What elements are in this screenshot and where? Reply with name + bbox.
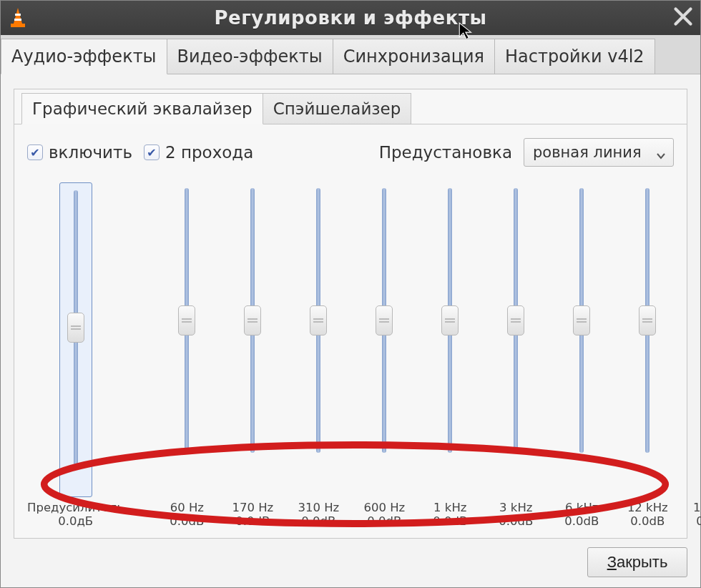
preamp-label: Предусилитель0.0дБ [27,501,124,528]
tab-graphic-equalizer[interactable]: Графический эквалайзер [21,93,263,124]
svg-rect-3 [11,24,25,27]
band-slider-column: 310 Hz0.0dB [293,182,344,528]
sub-tab-bar: Графический эквалайзер Спэйшелайзер [14,89,687,124]
main-tab-bar: Аудио-эффекты Видео-эффекты Синхронизаци… [1,35,700,74]
band-slider[interactable] [227,182,278,497]
tab-v4l2-settings[interactable]: Настройки v4l2 [494,39,655,74]
band-label: 6 kHz0.0dB [564,501,599,528]
tab-label: Графический эквалайзер [32,99,253,118]
enable-label: включить [49,143,132,162]
tab-label: Спэйшелайзер [273,99,401,118]
vlc-cone-icon [6,6,29,29]
band-slider[interactable] [358,182,410,497]
band-label: 3 kHz0.0dB [499,501,533,528]
slider-thumb[interactable] [178,305,195,335]
band-slider-column: 60 Hz0.0dB [161,182,212,528]
band-label: 600 Hz0.0dB [363,501,405,528]
preset-value: ровная линия [533,144,642,161]
band-label: 60 Hz0.0dB [170,501,204,528]
window-title: Регулировки и эффекты [1,7,700,29]
band-slider[interactable] [161,182,212,497]
equalizer-controls-row: ✔ включить ✔ 2 прохода Предустановка ров… [27,138,674,167]
band-slider[interactable] [293,182,344,497]
tab-label: Аудио-эффекты [11,46,157,67]
slider-thumb[interactable] [244,305,261,335]
audio-effects-panel: Графический эквалайзер Спэйшелайзер ✔ вк… [14,89,687,539]
checkmark-icon: ✔ [144,144,160,160]
band-slider-column: 1 kHz0.0dB [424,182,476,528]
titlebar[interactable]: Регулировки и эффекты [1,1,700,35]
equalizer-sliders: Предусилитель0.0дБ 60 Hz0.0dB170 Hz0.0dB… [27,180,674,528]
band-slider-column: 3 kHz0.0dB [490,182,541,528]
window-frame: Регулировки и эффекты Аудио-эффекты Виде… [0,0,701,588]
slider-thumb[interactable] [67,313,84,343]
svg-rect-1 [15,14,21,16]
close-mnemonic: З [607,553,617,571]
band-slider[interactable] [556,182,607,497]
chevron-down-icon [656,147,666,157]
checkmark-icon: ✔ [27,144,43,160]
band-slider[interactable] [424,182,476,497]
tab-audio-effects[interactable]: Аудио-эффекты [1,39,167,74]
band-slider-column: 600 Hz0.0dB [358,182,410,528]
tab-synchronization[interactable]: Синхронизация [333,39,495,74]
tab-spatializer[interactable]: Спэйшелайзер [263,93,412,124]
band-label: 310 Hz0.0dB [298,501,339,528]
preset-dropdown[interactable]: ровная линия [524,138,674,167]
tab-label: Настройки v4l2 [505,46,644,67]
band-slider[interactable] [622,182,673,497]
band-label: 170 Hz0.0dB [232,501,273,528]
window-close-button[interactable] [673,6,693,26]
preamp-slider[interactable] [59,182,92,497]
band-label: 12 kHz0.0dB [627,501,668,528]
band-slider-column: 170 Hz0.0dB [227,182,278,528]
equalizer-pane: ✔ включить ✔ 2 прохода Предустановка ров… [14,124,687,538]
band-slider[interactable] [687,182,701,497]
close-button[interactable]: Закрыть [587,547,687,577]
close-label-rest: акрыть [617,553,667,571]
band-slider[interactable] [490,182,541,497]
tab-label: Видео-эффекты [177,46,323,67]
band-slider-column: 6 kHz0.0dB [556,182,607,528]
enable-checkbox[interactable]: ✔ включить [27,143,132,162]
dialog-footer: Закрыть [14,539,687,579]
content-area: Графический эквалайзер Спэйшелайзер ✔ вк… [1,74,700,587]
two-pass-label: 2 прохода [165,143,253,162]
tab-video-effects[interactable]: Видео-эффекты [167,39,333,74]
slider-thumb[interactable] [573,305,590,335]
slider-thumb[interactable] [441,305,459,335]
slider-thumb[interactable] [376,305,393,335]
band-slider-column: 12 kHz0.0dB [622,182,673,528]
tab-label: Синхронизация [343,46,484,67]
preamp-slider-column: Предусилитель0.0дБ [27,182,124,528]
slider-thumb[interactable] [507,305,524,335]
svg-rect-2 [14,19,21,21]
band-slider-column: 14 kHz0.0dB [687,182,701,528]
band-label: 14 kHz0.0dB [693,501,701,528]
band-label: 1 kHz0.0dB [433,501,467,528]
two-pass-checkbox[interactable]: ✔ 2 прохода [144,143,253,162]
preset-label: Предустановка [379,143,512,162]
slider-thumb[interactable] [310,305,327,335]
slider-thumb[interactable] [639,305,656,335]
